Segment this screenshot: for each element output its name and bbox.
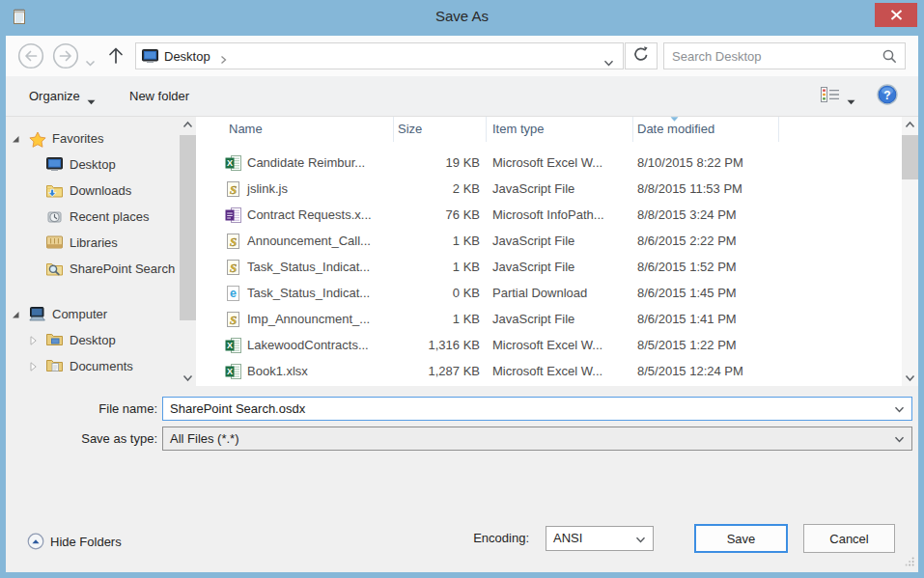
sidebar-item-label: Documents: [70, 359, 133, 373]
column-headers: Name Size Item type Date modified: [196, 117, 918, 142]
twisty-placeholder: [27, 185, 39, 197]
chevron-down-icon: [894, 436, 905, 443]
js-icon: S: [225, 234, 241, 249]
search-icon[interactable]: [882, 48, 897, 64]
column-header-name[interactable]: Name: [196, 117, 394, 142]
file-name-input[interactable]: [163, 398, 890, 420]
scroll-down-icon[interactable]: [902, 370, 918, 386]
file-row[interactable]: SAnnouncement_Call... 1 KB JavaScript Fi…: [196, 228, 918, 254]
sidebar-item-computer-desktop[interactable]: Desktop: [6, 327, 180, 353]
search-input[interactable]: [664, 49, 882, 64]
svg-text:X: X: [227, 341, 233, 350]
scroll-down-icon[interactable]: [180, 370, 196, 386]
file-list-scrollbar[interactable]: [902, 117, 918, 386]
organize-caret-icon: [87, 94, 96, 99]
file-row[interactable]: XBook1.xlsx 1,287 KB Microsoft Excel W..…: [196, 358, 918, 384]
window-title: Save As: [0, 8, 924, 24]
address-dropdown-icon[interactable]: [603, 53, 614, 60]
file-type: JavaScript File: [487, 254, 633, 280]
file-row[interactable]: Contract Requests.x... 76 KB Microsoft I…: [196, 202, 918, 228]
favorites-twisty-icon[interactable]: [10, 133, 21, 145]
downloads-folder-icon: [46, 183, 64, 199]
file-modified: 8/6/2015 1:45 PM: [633, 280, 779, 306]
sidebar-item-downloads[interactable]: Downloads: [6, 178, 180, 204]
save-as-dialog: Save As Desktop: [0, 0, 924, 578]
sidebar-item-desktop[interactable]: Desktop: [6, 151, 180, 178]
file-modified: 8/5/2015 1:22 PM: [633, 332, 779, 358]
svg-text:S: S: [230, 312, 237, 326]
sidebar-scrollbar[interactable]: [180, 117, 196, 386]
search-folder-icon: [46, 261, 64, 277]
sidebar-item-documents[interactable]: Documents: [6, 353, 180, 379]
breadcrumb-arrow-icon[interactable]: [220, 51, 227, 61]
hide-folders-button[interactable]: Hide Folders: [27, 532, 122, 551]
organize-menu-button[interactable]: Organize: [29, 76, 96, 116]
sidebar-item-libraries[interactable]: Libraries: [6, 230, 180, 256]
infopath-icon: [225, 207, 241, 223]
resize-grip[interactable]: [905, 557, 914, 566]
file-size: 1 KB: [394, 254, 487, 280]
address-bar[interactable]: Desktop: [135, 42, 624, 69]
file-size: 19 KB: [394, 150, 487, 176]
forward-button[interactable]: [52, 42, 79, 69]
column-header-item-type[interactable]: Item type: [487, 117, 633, 142]
svg-text:X: X: [227, 367, 233, 376]
save-button[interactable]: Save: [694, 524, 788, 553]
sidebar-group-label: Computer: [52, 307, 107, 321]
column-header-size[interactable]: Size: [394, 117, 487, 142]
ie-icon: e: [225, 286, 241, 301]
sidebar-item-label: Libraries: [70, 235, 118, 250]
sidebar-group-computer[interactable]: Computer: [6, 301, 180, 327]
breadcrumb-location[interactable]: Desktop: [164, 49, 210, 64]
scrollbar-thumb[interactable]: [180, 135, 196, 320]
file-modified: 8/5/2015 12:24 PM: [633, 358, 779, 384]
twisty-placeholder: [27, 263, 39, 275]
file-row[interactable]: XLakewoodContracts... 1,316 KB Microsoft…: [196, 332, 918, 358]
scroll-up-icon[interactable]: [180, 117, 196, 133]
computer-twisty-icon[interactable]: [10, 309, 21, 320]
refresh-button[interactable]: [625, 42, 658, 69]
organize-label: Organize: [29, 89, 80, 103]
navigation-bar: Desktop: [6, 36, 918, 76]
collapsed-twisty-icon[interactable]: [27, 361, 39, 372]
new-folder-label: New folder: [129, 89, 189, 103]
chevron-down-icon[interactable]: [894, 406, 905, 413]
file-list-pane: Name Size Item type Date modified XCandi…: [196, 117, 918, 386]
close-icon: [890, 7, 903, 24]
encoding-select[interactable]: ANSI: [546, 526, 654, 551]
new-folder-button[interactable]: New folder: [129, 76, 189, 116]
history-dropdown-icon[interactable]: [85, 53, 96, 70]
views-button[interactable]: [821, 76, 855, 116]
collapsed-twisty-icon[interactable]: [27, 335, 39, 346]
js-icon: S: [225, 312, 241, 327]
titlebar[interactable]: Save As: [0, 0, 924, 36]
save-as-type-select[interactable]: All Files (*.*): [162, 427, 912, 451]
file-type: JavaScript File: [487, 176, 633, 202]
file-modified: 8/6/2015 2:22 PM: [633, 228, 779, 254]
file-size: 2 KB: [394, 176, 487, 202]
file-row[interactable]: STask_Status_Indicat... 1 KB JavaScript …: [196, 254, 918, 280]
sidebar-item-sharepoint-search[interactable]: SharePoint Search: [6, 256, 180, 282]
file-type: JavaScript File: [487, 306, 633, 332]
scroll-up-icon[interactable]: [902, 117, 918, 133]
file-row[interactable]: XCandidate Reimbur... 19 KB Microsoft Ex…: [196, 150, 918, 176]
views-caret-icon: [847, 94, 855, 99]
svg-text:S: S: [230, 234, 237, 248]
svg-text:e: e: [230, 287, 237, 300]
computer-icon: [29, 307, 46, 322]
twisty-placeholder: [27, 211, 39, 223]
file-row[interactable]: Sjslink.js 2 KB JavaScript File 8/8/2015…: [196, 176, 918, 202]
file-name: Contract Requests.x...: [247, 202, 372, 228]
column-header-date-modified[interactable]: Date modified: [633, 117, 779, 142]
close-button[interactable]: [875, 3, 917, 27]
help-button[interactable]: ?: [877, 76, 898, 116]
file-row[interactable]: SImp_Announcment_... 1 KB JavaScript Fil…: [196, 306, 918, 332]
file-name: Announcement_Call...: [247, 228, 371, 254]
sidebar-group-favorites[interactable]: Favorites: [6, 125, 180, 151]
scrollbar-thumb[interactable]: [902, 135, 918, 179]
up-button[interactable]: [106, 46, 126, 69]
back-button[interactable]: [17, 42, 44, 69]
cancel-button[interactable]: Cancel: [803, 524, 895, 553]
sidebar-item-recent-places[interactable]: Recent places: [6, 204, 180, 230]
file-row[interactable]: eTask_Status_Indicat... 0 KB Partial Dow…: [196, 280, 918, 306]
